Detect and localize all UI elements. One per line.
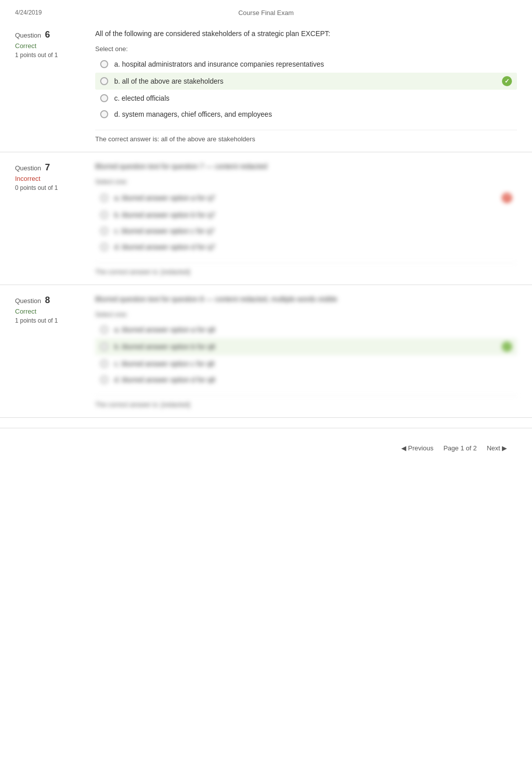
answer-options-q7: a. blurred answer option a for q7✗b. blu… <box>95 189 517 254</box>
option-text-q8-1: b. blurred answer option b for q8 <box>114 343 498 351</box>
questions-container: Question 6Correct1 points out of 1All of… <box>0 20 532 418</box>
question-block-q7: Question 7Incorrect0 points out of 1Blur… <box>0 152 532 285</box>
page-info: Page 1 of 2 <box>443 444 477 452</box>
answer-option-q6-0[interactable]: a. hospital administrators and insurance… <box>95 57 517 72</box>
option-text-q8-0: a. blurred answer option a for q8 <box>114 326 512 334</box>
answer-option-q6-2[interactable]: c. elected officials <box>95 91 517 106</box>
question-text-q8: Blurred question text for question 8 — c… <box>95 294 517 305</box>
answer-options-q6: a. hospital administrators and insurance… <box>95 57 517 122</box>
question-status-q7: Incorrect <box>15 175 95 182</box>
checkmark-badge-q8-1: ✓ <box>502 342 512 352</box>
radio-circle-q8-0 <box>100 326 108 334</box>
answer-option-q7-2[interactable]: c. blurred answer option c for q7 <box>95 223 517 238</box>
option-text-q6-2: c. elected officials <box>114 94 512 102</box>
question-status-q8: Correct <box>15 308 95 315</box>
question-meta-q8: Question 8Correct1 points out of 1 <box>0 294 95 408</box>
select-label-q6: Select one: <box>95 45 517 53</box>
prev-button[interactable]: ◀ Previous <box>396 442 438 454</box>
question-content-q6: All of the following are considered stak… <box>95 29 532 143</box>
question-points-q7: 0 points out of 1 <box>15 184 95 191</box>
answer-option-q6-1[interactable]: b. all of the above are stakeholders✓ <box>95 73 517 90</box>
question-status-q6: Correct <box>15 42 95 50</box>
radio-circle-q7-1 <box>100 211 108 219</box>
radio-circle-q6-3 <box>100 110 108 118</box>
option-text-q6-3: d. system managers, chief officers, and … <box>114 110 512 118</box>
answer-option-q7-0[interactable]: a. blurred answer option a for q7✗ <box>95 189 517 206</box>
question-text-q6: All of the following are considered stak… <box>95 29 517 39</box>
answer-option-q8-1[interactable]: b. blurred answer option b for q8✓ <box>95 338 517 355</box>
answer-option-q6-3[interactable]: d. system managers, chief officers, and … <box>95 107 517 122</box>
date-stamp: 4/24/2019 <box>15 9 42 16</box>
option-text-q7-2: c. blurred answer option c for q7 <box>114 227 512 235</box>
select-label-q7: Select one: <box>95 178 517 185</box>
correct-answer-text-q7: The correct answer is: [redacted] <box>95 263 517 276</box>
radio-circle-q6-0 <box>100 60 108 68</box>
option-text-q6-1: b. all of the above are stakeholders <box>114 77 498 85</box>
answer-option-q7-3[interactable]: d. blurred answer option d for q7 <box>95 239 517 254</box>
checkmark-badge-q7-0: ✗ <box>502 193 512 203</box>
page-title: Course Final Exam <box>0 0 532 20</box>
question-block-q8: Question 8Correct1 points out of 1Blurre… <box>0 285 532 418</box>
question-label-q7: Question 7 <box>15 162 95 173</box>
question-meta-q6: Question 6Correct1 points out of 1 <box>0 29 95 143</box>
question-content-q7: Blurred question text for question 7 — c… <box>95 161 532 276</box>
question-label-q8: Question 8 <box>15 295 95 306</box>
radio-circle-q7-3 <box>100 243 108 251</box>
answer-option-q8-3[interactable]: d. blurred answer option d for q8 <box>95 372 517 387</box>
option-text-q7-1: b. blurred answer option b for q7 <box>114 211 512 219</box>
radio-circle-q8-2 <box>100 360 108 368</box>
radio-circle-q6-1 <box>100 77 108 85</box>
question-label-q6: Question 6 <box>15 30 95 40</box>
radio-circle-q8-1 <box>100 343 108 351</box>
checkmark-badge-q6-1: ✓ <box>502 76 512 86</box>
radio-circle-q7-2 <box>100 227 108 235</box>
option-text-q7-0: a. blurred answer option a for q7 <box>114 194 498 202</box>
question-block-q6: Question 6Correct1 points out of 1All of… <box>0 20 532 152</box>
correct-answer-text-q8: The correct answer is: [redacted] <box>95 395 517 408</box>
question-content-q8: Blurred question text for question 8 — c… <box>95 294 532 408</box>
next-button[interactable]: Next ▶ <box>482 442 512 454</box>
option-text-q6-0: a. hospital administrators and insurance… <box>114 60 512 68</box>
radio-circle-q8-3 <box>100 376 108 384</box>
radio-circle-q7-0 <box>100 194 108 202</box>
select-label-q8: Select one: <box>95 311 517 318</box>
option-text-q8-2: c. blurred answer option c for q8 <box>114 360 512 368</box>
radio-circle-q6-2 <box>100 94 108 102</box>
answer-option-q8-2[interactable]: c. blurred answer option c for q8 <box>95 356 517 371</box>
question-points-q8: 1 points out of 1 <box>15 317 95 324</box>
question-meta-q7: Question 7Incorrect0 points out of 1 <box>0 161 95 276</box>
answer-option-q7-1[interactable]: b. blurred answer option b for q7 <box>95 207 517 222</box>
option-text-q8-3: d. blurred answer option d for q8 <box>114 376 512 384</box>
answer-options-q8: a. blurred answer option a for q8b. blur… <box>95 322 517 387</box>
answer-option-q8-0[interactable]: a. blurred answer option a for q8 <box>95 322 517 337</box>
option-text-q7-3: d. blurred answer option d for q7 <box>114 243 512 251</box>
question-points-q6: 1 points out of 1 <box>15 52 95 59</box>
page-footer: ◀ Previous Page 1 of 2 Next ▶ <box>0 428 532 468</box>
question-text-q7: Blurred question text for question 7 — c… <box>95 161 517 172</box>
correct-answer-text-q6: The correct answer is: all of the above … <box>95 130 517 143</box>
